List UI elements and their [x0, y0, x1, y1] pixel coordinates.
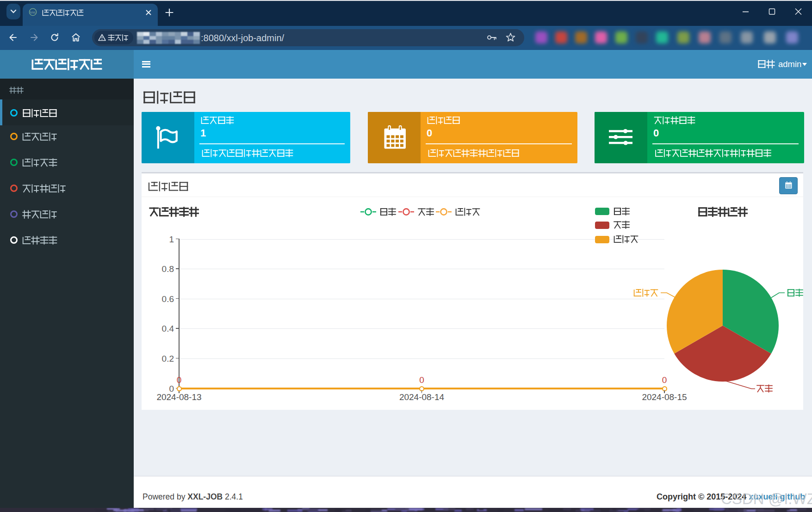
- svg-text:XXL: XXL: [30, 11, 36, 14]
